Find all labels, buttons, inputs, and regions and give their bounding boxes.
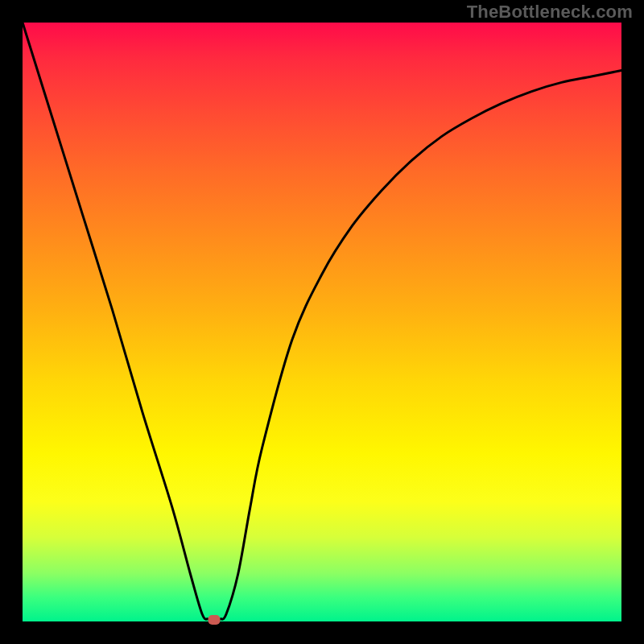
- watermark-text: TheBottleneck.com: [467, 2, 633, 23]
- optimal-point-marker: [208, 615, 221, 625]
- bottleneck-curve: [23, 23, 621, 621]
- curve-path: [23, 23, 621, 620]
- chart-frame: TheBottleneck.com: [0, 0, 644, 644]
- plot-area: [23, 23, 621, 621]
